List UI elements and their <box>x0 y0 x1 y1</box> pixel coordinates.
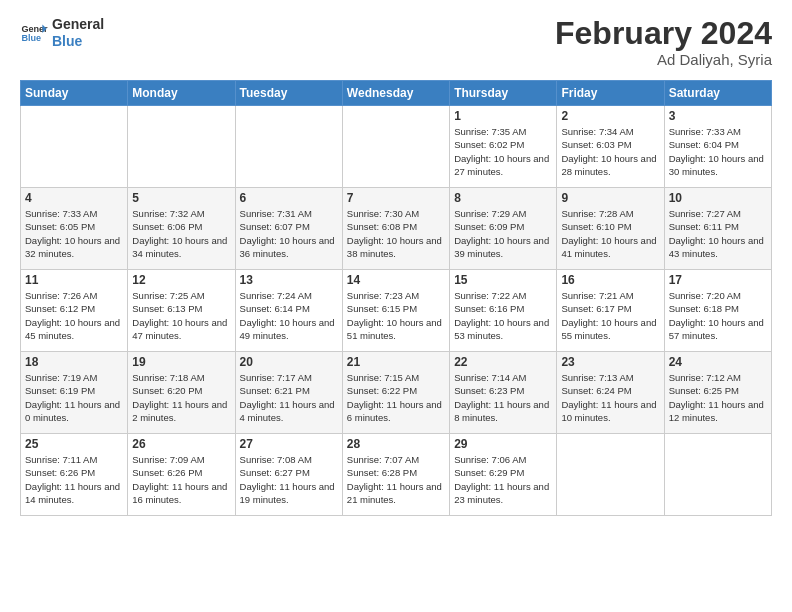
calendar-cell: 12Sunrise: 7:25 AM Sunset: 6:13 PM Dayli… <box>128 270 235 352</box>
calendar-cell: 3Sunrise: 7:33 AM Sunset: 6:04 PM Daylig… <box>664 106 771 188</box>
calendar-cell: 2Sunrise: 7:34 AM Sunset: 6:03 PM Daylig… <box>557 106 664 188</box>
calendar-day-header: Tuesday <box>235 81 342 106</box>
calendar-cell: 4Sunrise: 7:33 AM Sunset: 6:05 PM Daylig… <box>21 188 128 270</box>
day-info: Sunrise: 7:08 AM Sunset: 6:27 PM Dayligh… <box>240 453 338 506</box>
calendar-cell: 10Sunrise: 7:27 AM Sunset: 6:11 PM Dayli… <box>664 188 771 270</box>
day-info: Sunrise: 7:20 AM Sunset: 6:18 PM Dayligh… <box>669 289 767 342</box>
day-number: 10 <box>669 191 767 205</box>
day-info: Sunrise: 7:22 AM Sunset: 6:16 PM Dayligh… <box>454 289 552 342</box>
calendar-cell: 1Sunrise: 7:35 AM Sunset: 6:02 PM Daylig… <box>450 106 557 188</box>
day-info: Sunrise: 7:09 AM Sunset: 6:26 PM Dayligh… <box>132 453 230 506</box>
calendar-table: SundayMondayTuesdayWednesdayThursdayFrid… <box>20 80 772 516</box>
day-info: Sunrise: 7:24 AM Sunset: 6:14 PM Dayligh… <box>240 289 338 342</box>
day-number: 17 <box>669 273 767 287</box>
day-number: 16 <box>561 273 659 287</box>
calendar-cell: 17Sunrise: 7:20 AM Sunset: 6:18 PM Dayli… <box>664 270 771 352</box>
day-number: 29 <box>454 437 552 451</box>
calendar-header-row: SundayMondayTuesdayWednesdayThursdayFrid… <box>21 81 772 106</box>
calendar-cell: 21Sunrise: 7:15 AM Sunset: 6:22 PM Dayli… <box>342 352 449 434</box>
day-info: Sunrise: 7:06 AM Sunset: 6:29 PM Dayligh… <box>454 453 552 506</box>
calendar-cell <box>235 106 342 188</box>
day-info: Sunrise: 7:21 AM Sunset: 6:17 PM Dayligh… <box>561 289 659 342</box>
calendar-week-row: 18Sunrise: 7:19 AM Sunset: 6:19 PM Dayli… <box>21 352 772 434</box>
location: Ad Daliyah, Syria <box>555 51 772 68</box>
day-info: Sunrise: 7:35 AM Sunset: 6:02 PM Dayligh… <box>454 125 552 178</box>
calendar-cell: 18Sunrise: 7:19 AM Sunset: 6:19 PM Dayli… <box>21 352 128 434</box>
day-number: 11 <box>25 273 123 287</box>
calendar-cell: 9Sunrise: 7:28 AM Sunset: 6:10 PM Daylig… <box>557 188 664 270</box>
calendar-day-header: Thursday <box>450 81 557 106</box>
calendar-cell: 22Sunrise: 7:14 AM Sunset: 6:23 PM Dayli… <box>450 352 557 434</box>
day-info: Sunrise: 7:31 AM Sunset: 6:07 PM Dayligh… <box>240 207 338 260</box>
day-info: Sunrise: 7:17 AM Sunset: 6:21 PM Dayligh… <box>240 371 338 424</box>
calendar-day-header: Sunday <box>21 81 128 106</box>
day-info: Sunrise: 7:34 AM Sunset: 6:03 PM Dayligh… <box>561 125 659 178</box>
day-number: 27 <box>240 437 338 451</box>
calendar-week-row: 1Sunrise: 7:35 AM Sunset: 6:02 PM Daylig… <box>21 106 772 188</box>
day-info: Sunrise: 7:23 AM Sunset: 6:15 PM Dayligh… <box>347 289 445 342</box>
day-number: 1 <box>454 109 552 123</box>
day-info: Sunrise: 7:15 AM Sunset: 6:22 PM Dayligh… <box>347 371 445 424</box>
logo-blue: Blue <box>52 33 104 50</box>
day-number: 18 <box>25 355 123 369</box>
calendar-day-header: Friday <box>557 81 664 106</box>
calendar-cell: 7Sunrise: 7:30 AM Sunset: 6:08 PM Daylig… <box>342 188 449 270</box>
day-number: 28 <box>347 437 445 451</box>
calendar-cell: 20Sunrise: 7:17 AM Sunset: 6:21 PM Dayli… <box>235 352 342 434</box>
day-info: Sunrise: 7:13 AM Sunset: 6:24 PM Dayligh… <box>561 371 659 424</box>
day-number: 4 <box>25 191 123 205</box>
day-number: 14 <box>347 273 445 287</box>
day-number: 3 <box>669 109 767 123</box>
month-title: February 2024 <box>555 16 772 51</box>
calendar-cell <box>664 434 771 516</box>
day-info: Sunrise: 7:11 AM Sunset: 6:26 PM Dayligh… <box>25 453 123 506</box>
day-number: 26 <box>132 437 230 451</box>
day-info: Sunrise: 7:29 AM Sunset: 6:09 PM Dayligh… <box>454 207 552 260</box>
day-info: Sunrise: 7:19 AM Sunset: 6:19 PM Dayligh… <box>25 371 123 424</box>
page-container: General Blue General Blue February 2024 … <box>0 0 792 528</box>
day-number: 15 <box>454 273 552 287</box>
day-number: 20 <box>240 355 338 369</box>
calendar-day-header: Wednesday <box>342 81 449 106</box>
day-number: 12 <box>132 273 230 287</box>
calendar-cell: 19Sunrise: 7:18 AM Sunset: 6:20 PM Dayli… <box>128 352 235 434</box>
day-info: Sunrise: 7:33 AM Sunset: 6:05 PM Dayligh… <box>25 207 123 260</box>
day-number: 19 <box>132 355 230 369</box>
day-info: Sunrise: 7:30 AM Sunset: 6:08 PM Dayligh… <box>347 207 445 260</box>
day-info: Sunrise: 7:07 AM Sunset: 6:28 PM Dayligh… <box>347 453 445 506</box>
day-number: 24 <box>669 355 767 369</box>
calendar-cell: 23Sunrise: 7:13 AM Sunset: 6:24 PM Dayli… <box>557 352 664 434</box>
calendar-cell <box>21 106 128 188</box>
day-number: 2 <box>561 109 659 123</box>
logo: General Blue General Blue <box>20 16 104 50</box>
calendar-cell: 24Sunrise: 7:12 AM Sunset: 6:25 PM Dayli… <box>664 352 771 434</box>
calendar-cell: 28Sunrise: 7:07 AM Sunset: 6:28 PM Dayli… <box>342 434 449 516</box>
day-number: 22 <box>454 355 552 369</box>
day-info: Sunrise: 7:26 AM Sunset: 6:12 PM Dayligh… <box>25 289 123 342</box>
day-number: 25 <box>25 437 123 451</box>
calendar-week-row: 4Sunrise: 7:33 AM Sunset: 6:05 PM Daylig… <box>21 188 772 270</box>
day-number: 21 <box>347 355 445 369</box>
day-number: 7 <box>347 191 445 205</box>
day-info: Sunrise: 7:25 AM Sunset: 6:13 PM Dayligh… <box>132 289 230 342</box>
calendar-cell: 16Sunrise: 7:21 AM Sunset: 6:17 PM Dayli… <box>557 270 664 352</box>
day-number: 13 <box>240 273 338 287</box>
calendar-cell <box>342 106 449 188</box>
day-info: Sunrise: 7:27 AM Sunset: 6:11 PM Dayligh… <box>669 207 767 260</box>
calendar-day-header: Saturday <box>664 81 771 106</box>
day-number: 5 <box>132 191 230 205</box>
calendar-cell: 6Sunrise: 7:31 AM Sunset: 6:07 PM Daylig… <box>235 188 342 270</box>
day-number: 9 <box>561 191 659 205</box>
calendar-week-row: 11Sunrise: 7:26 AM Sunset: 6:12 PM Dayli… <box>21 270 772 352</box>
page-header: General Blue General Blue February 2024 … <box>20 16 772 68</box>
calendar-cell: 13Sunrise: 7:24 AM Sunset: 6:14 PM Dayli… <box>235 270 342 352</box>
day-number: 23 <box>561 355 659 369</box>
calendar-cell: 5Sunrise: 7:32 AM Sunset: 6:06 PM Daylig… <box>128 188 235 270</box>
calendar-cell <box>557 434 664 516</box>
day-info: Sunrise: 7:12 AM Sunset: 6:25 PM Dayligh… <box>669 371 767 424</box>
calendar-week-row: 25Sunrise: 7:11 AM Sunset: 6:26 PM Dayli… <box>21 434 772 516</box>
calendar-cell: 14Sunrise: 7:23 AM Sunset: 6:15 PM Dayli… <box>342 270 449 352</box>
day-info: Sunrise: 7:18 AM Sunset: 6:20 PM Dayligh… <box>132 371 230 424</box>
day-info: Sunrise: 7:33 AM Sunset: 6:04 PM Dayligh… <box>669 125 767 178</box>
calendar-cell: 8Sunrise: 7:29 AM Sunset: 6:09 PM Daylig… <box>450 188 557 270</box>
